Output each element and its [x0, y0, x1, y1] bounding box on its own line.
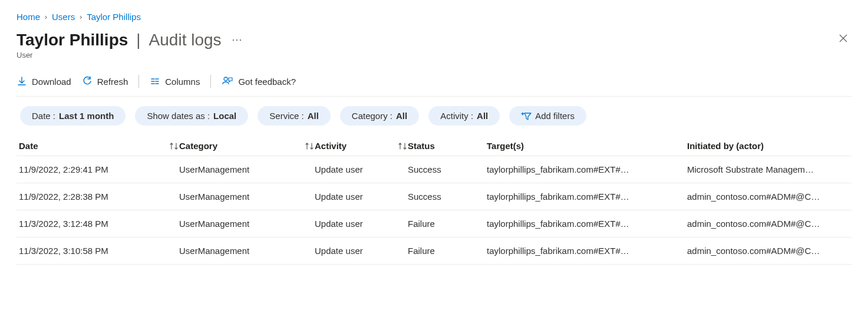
column-header-date-label: Date: [19, 141, 38, 151]
column-header-actor-label: Initiated by (actor): [687, 141, 764, 151]
cell-date: 11/9/2022, 2:28:38 PM: [19, 192, 179, 202]
column-header-targets[interactable]: Target(s): [487, 141, 687, 151]
feedback-label: Got feedback?: [238, 77, 296, 87]
sort-icon: [397, 142, 408, 150]
cell-actor: admin_contoso.com#ADM#@C…: [687, 219, 849, 229]
cell-status: Success: [408, 164, 487, 174]
column-header-activity[interactable]: Activity: [315, 141, 408, 151]
cell-targets: taylorphillips_fabrikam.com#EXT#…: [487, 192, 687, 202]
toolbar-separator: [210, 75, 211, 88]
column-header-category[interactable]: Category: [179, 141, 315, 151]
page-section: Audit logs: [149, 31, 222, 50]
refresh-button[interactable]: Refresh: [82, 76, 128, 87]
filter-category-value: All: [396, 111, 407, 121]
feedback-icon: [222, 76, 233, 87]
breadcrumb-current[interactable]: Taylor Phillips: [87, 12, 141, 22]
breadcrumb: Home › Users › Taylor Phillips: [16, 12, 852, 22]
table-row[interactable]: 11/9/2022, 2:29:41 PMUserManagementUpdat…: [16, 156, 852, 183]
column-header-status-label: Status: [408, 141, 435, 151]
filter-category[interactable]: Category : All: [340, 106, 419, 126]
columns-icon: [150, 76, 160, 87]
filter-service-value: All: [308, 111, 319, 121]
filter-activity-label: Activity :: [440, 111, 473, 121]
sort-icon: [304, 142, 315, 150]
cell-targets: taylorphillips_fabrikam.com#EXT#…: [487, 246, 687, 256]
filter-bar: Date : Last 1 month Show dates as : Loca…: [16, 106, 852, 126]
cell-status: Success: [408, 192, 487, 202]
column-header-category-label: Category: [179, 141, 217, 151]
table-row[interactable]: 11/3/2022, 3:12:48 PMUserManagementUpdat…: [16, 210, 852, 237]
column-header-date[interactable]: Date: [19, 141, 179, 151]
cell-category: UserManagement: [179, 164, 315, 174]
filter-category-label: Category :: [352, 111, 392, 121]
cell-activity: Update user: [315, 192, 408, 202]
filter-service-label: Service :: [269, 111, 303, 121]
filter-date-value: Last 1 month: [59, 111, 114, 121]
refresh-label: Refresh: [97, 77, 128, 87]
cell-category: UserManagement: [179, 246, 315, 256]
cell-activity: Update user: [315, 164, 408, 174]
close-button[interactable]: [835, 30, 852, 50]
toolbar: Download Refresh Columns Got feedback?: [16, 70, 852, 97]
cell-date: 11/3/2022, 3:10:58 PM: [19, 246, 179, 256]
svg-point-0: [224, 77, 227, 81]
columns-button[interactable]: Columns: [150, 76, 200, 87]
filter-show-dates[interactable]: Show dates as : Local: [135, 106, 248, 126]
table-body: 11/9/2022, 2:29:41 PMUserManagementUpdat…: [16, 156, 852, 265]
chevron-right-icon: ›: [45, 13, 47, 21]
breadcrumb-users[interactable]: Users: [52, 12, 75, 22]
add-filters-button[interactable]: Add filters: [509, 106, 586, 126]
page-title: Taylor Phillips: [16, 31, 128, 50]
filter-activity-value: All: [477, 111, 488, 121]
filter-date[interactable]: Date : Last 1 month: [20, 106, 126, 126]
cell-category: UserManagement: [179, 192, 315, 202]
filter-show-dates-label: Show dates as :: [147, 111, 210, 121]
column-header-status[interactable]: Status: [408, 141, 487, 151]
cell-date: 11/9/2022, 2:29:41 PM: [19, 164, 179, 174]
filter-date-label: Date :: [32, 111, 55, 121]
filter-show-dates-value: Local: [213, 111, 236, 121]
cell-actor: admin_contoso.com#ADM#@C…: [687, 246, 849, 256]
columns-label: Columns: [165, 77, 200, 87]
filter-icon: [521, 111, 532, 121]
cell-actor: admin_contoso.com#ADM#@C…: [687, 192, 849, 202]
breadcrumb-home[interactable]: Home: [16, 12, 40, 22]
cell-actor: Microsoft Substrate Managem…: [687, 164, 849, 174]
cell-activity: Update user: [315, 219, 408, 229]
table-row[interactable]: 11/3/2022, 3:10:58 PMUserManagementUpdat…: [16, 237, 852, 265]
title-divider: |: [136, 31, 140, 50]
filter-service[interactable]: Service : All: [258, 106, 331, 126]
column-header-actor[interactable]: Initiated by (actor): [687, 141, 849, 151]
feedback-button[interactable]: Got feedback?: [222, 76, 296, 87]
table-row[interactable]: 11/9/2022, 2:28:38 PMUserManagementUpdat…: [16, 183, 852, 210]
filter-activity[interactable]: Activity : All: [428, 106, 500, 126]
entity-type-label: User: [16, 51, 852, 60]
download-label: Download: [32, 77, 71, 87]
cell-status: Failure: [408, 219, 487, 229]
cell-activity: Update user: [315, 246, 408, 256]
cell-status: Failure: [408, 246, 487, 256]
refresh-icon: [82, 76, 93, 87]
page-heading: Taylor Phillips | Audit logs ···: [16, 30, 852, 50]
toolbar-separator: [138, 75, 139, 88]
close-icon: [839, 34, 848, 43]
cell-date: 11/3/2022, 3:12:48 PM: [19, 219, 179, 229]
sort-icon: [169, 142, 179, 150]
download-icon: [16, 76, 27, 87]
add-filters-label: Add filters: [535, 111, 575, 121]
table-header-row: Date Category Activity Status Target(s) …: [16, 136, 852, 156]
cell-targets: taylorphillips_fabrikam.com#EXT#…: [487, 219, 687, 229]
cell-category: UserManagement: [179, 219, 315, 229]
chevron-right-icon: ›: [80, 13, 82, 21]
column-header-activity-label: Activity: [315, 141, 346, 151]
download-button[interactable]: Download: [16, 76, 71, 87]
more-actions-button[interactable]: ···: [229, 31, 246, 48]
cell-targets: taylorphillips_fabrikam.com#EXT#…: [487, 164, 687, 174]
column-header-targets-label: Target(s): [487, 141, 524, 151]
